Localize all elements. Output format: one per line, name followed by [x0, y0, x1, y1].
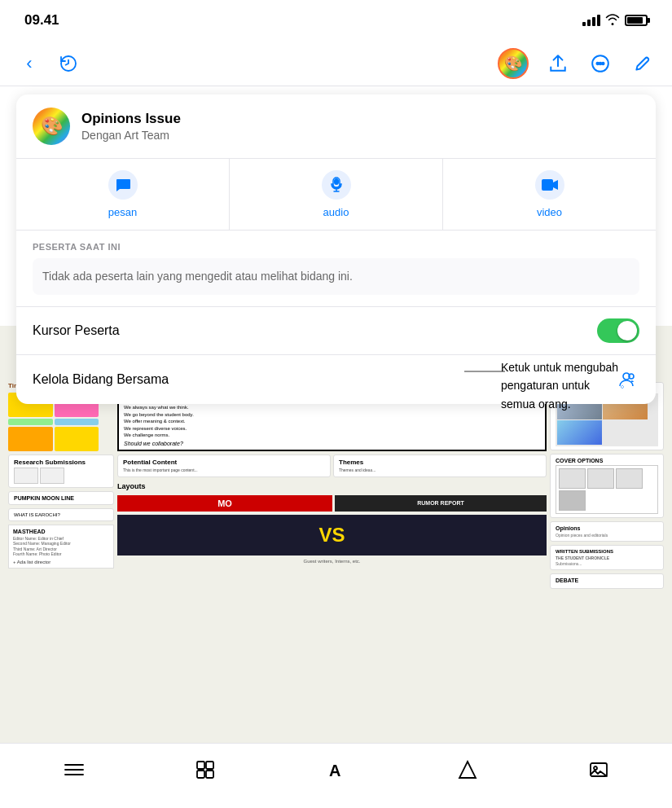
svg-rect-6: [542, 179, 553, 191]
collab-title: Opinions Issue: [81, 111, 639, 127]
palette-button[interactable]: 🎨: [498, 48, 529, 79]
nav-menu[interactable]: [54, 752, 94, 788]
sticky-3: [8, 419, 53, 425]
nav-text[interactable]: A: [316, 752, 357, 788]
collab-avatar: 🎨: [33, 108, 70, 145]
annotation-text: Ketuk untuk mengubah pengaturan untuk se…: [501, 358, 664, 413]
video-button[interactable]: video: [443, 159, 656, 230]
collab-subtitle: Dengan Art Team: [81, 129, 639, 142]
manage-label: Kelola Bidang Bersama: [33, 372, 169, 387]
signal-icon: [582, 15, 600, 26]
pesan-label: pesan: [108, 206, 137, 218]
connector-line: [464, 371, 505, 372]
collab-title-group: Opinions Issue Dengan Art Team: [81, 111, 639, 142]
video-icon: [535, 170, 564, 200]
wifi-icon: [605, 14, 620, 28]
share-button[interactable]: [545, 50, 571, 77]
svg-text:A: A: [329, 762, 340, 779]
toolbar: ‹ 🎨: [0, 41, 672, 86]
nav-shapes[interactable]: [447, 752, 488, 788]
svg-point-4: [602, 62, 604, 64]
svg-point-2: [596, 62, 599, 64]
pesan-button[interactable]: pesan: [16, 159, 230, 230]
written-submissions-card: WRITTEN SUBMISSIONS THE STUDENT CHRONICL…: [550, 545, 664, 570]
doc-content-grid: Timeline Research Submissions: [0, 379, 672, 743]
cover-options-card: COVER OPTIONS: [550, 454, 664, 518]
phone-frame: 09.41 ‹: [0, 0, 672, 808]
edit-button[interactable]: [630, 50, 656, 77]
svg-rect-17: [206, 771, 213, 778]
sticky-4: [55, 419, 99, 425]
bottom-nav: A: [0, 743, 672, 808]
svg-rect-5: [334, 178, 339, 185]
more-button[interactable]: [587, 50, 613, 77]
pumpkin-card: PUMPKIN MOON LINE: [8, 491, 114, 505]
toolbar-left: ‹: [16, 50, 81, 77]
svg-rect-14: [197, 762, 204, 769]
audio-icon: [322, 170, 351, 200]
pesan-icon: [108, 170, 138, 200]
cover-layouts: [556, 465, 658, 514]
rumor-card: RUMOR REPORT: [335, 495, 547, 512]
nav-pages[interactable]: [185, 752, 226, 788]
history-button[interactable]: [55, 50, 81, 77]
sticky-6: [55, 427, 99, 451]
nav-media[interactable]: [578, 752, 619, 788]
action-buttons: pesan audio video: [16, 159, 656, 231]
video-label: video: [537, 206, 562, 218]
opinions-card: Opinions Opinion pieces and editorials: [550, 521, 664, 542]
themes-card: Themes Themes and ideas...: [333, 455, 547, 477]
status-bar: 09.41: [0, 0, 672, 41]
svg-rect-15: [206, 762, 213, 769]
participants-section: PESERTA SAAT INI Tidak ada peserta lain …: [16, 231, 656, 307]
svg-marker-19: [459, 762, 476, 778]
vs-card: VS: [117, 515, 547, 556]
collab-header: 🎨 Opinions Issue Dengan Art Team: [16, 94, 656, 159]
debate-card: DEBATE: [550, 573, 664, 589]
participants-label: PESERTA SAAT INI: [33, 242, 639, 252]
research-card: Research Submissions: [8, 455, 114, 488]
potential-content-card: Potential Content This is the most impor…: [117, 455, 331, 477]
doc-right-col: Photo Submissions COVER OPTIONS: [550, 382, 664, 743]
mo-card: MO: [117, 495, 332, 512]
back-button[interactable]: ‹: [16, 50, 42, 77]
battery-icon: [625, 15, 648, 26]
cursor-toggle-label: Kursor Peserta: [33, 323, 120, 338]
cursor-toggle-switch[interactable]: [597, 318, 639, 343]
audio-button[interactable]: audio: [230, 159, 443, 230]
cursor-toggle-row[interactable]: Kursor Peserta: [16, 307, 656, 355]
doc-left-col: Timeline Research Submissions: [8, 382, 114, 743]
toolbar-center: 🎨: [498, 48, 656, 79]
svg-rect-16: [197, 771, 204, 778]
content-themes-grid: Potential Content This is the most impor…: [117, 455, 547, 477]
earochi-card: WHAT IS EAROCHI?: [8, 508, 114, 521]
collab-panel: 🎨 Opinions Issue Dengan Art Team pesan: [16, 94, 656, 404]
participants-empty: Tidak ada peserta lain yang mengedit ata…: [33, 258, 639, 295]
masthead-card: MASTHEAD Editor Name: Editor in Chief Se…: [8, 525, 114, 569]
sticky-5: [8, 427, 53, 451]
status-icons: [582, 14, 648, 28]
status-time: 09.41: [24, 12, 59, 29]
svg-point-21: [594, 766, 597, 770]
layouts-row: MO RUMOR REPORT: [117, 495, 547, 512]
audio-label: audio: [323, 206, 349, 218]
doc-middle-col: MANIFESTO We provide crucial information…: [117, 382, 547, 743]
toggle-knob: [617, 321, 637, 340]
svg-point-3: [600, 62, 602, 64]
